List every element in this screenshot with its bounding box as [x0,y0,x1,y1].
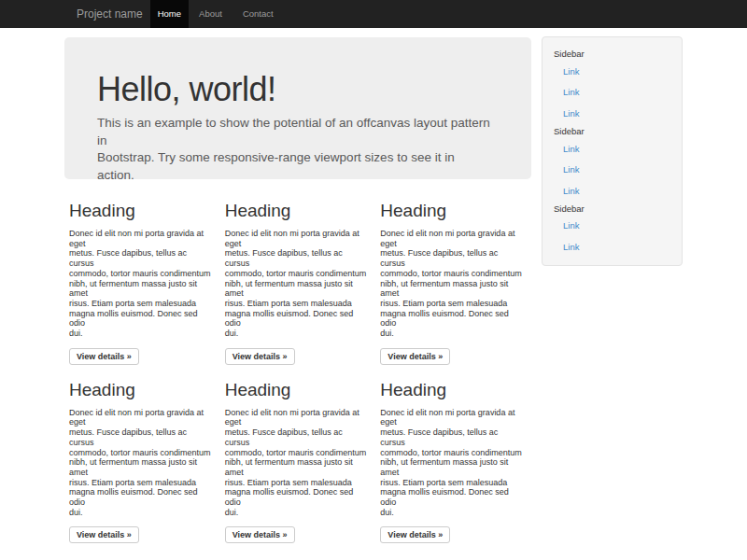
card-heading: Heading [380,200,524,222]
view-details-button[interactable]: View details » [69,526,139,543]
nav-item: About [189,0,233,28]
jumbotron-lead: This is an example to show the potential… [97,115,494,184]
card: Heading Donec id elit non mi porta gravi… [64,200,220,365]
nav-item: Home [150,0,189,28]
card: Heading Donec id elit non mi porta gravi… [220,200,376,365]
card: Heading Donec id elit non mi porta gravi… [375,200,531,365]
sidebar-link[interactable]: Link [543,159,682,180]
page-container: Hello, world! This is an example to show… [64,28,683,560]
card-body-text: Donec id elit non mi porta gravida at eg… [380,229,524,339]
sidebar-link[interactable]: Link [543,61,682,82]
view-details-button[interactable]: View details » [225,348,295,365]
nav-item-contact[interactable]: Contact [233,0,284,28]
sidebar-group: Sidebar Link Link Link [543,47,682,124]
view-details-button[interactable]: View details » [380,526,450,543]
sidebar-link[interactable]: Link [543,138,682,160]
card: Heading Donec id elit non mi porta gravi… [64,379,220,544]
cards-row-2: Heading Donec id elit non mi porta gravi… [64,379,531,544]
navbar-container: Project name Home About Contact [64,0,683,28]
card: Heading Donec id elit non mi porta gravi… [220,379,376,544]
view-details-button[interactable]: View details » [69,348,139,365]
card-body-text: Donec id elit non mi porta gravida at eg… [69,229,213,339]
content-row: Hello, world! This is an example to show… [64,28,683,543]
card: Heading Donec id elit non mi porta gravi… [375,379,531,544]
sidebar-group-title: Sidebar [543,202,682,216]
sidebar-group-title: Sidebar [543,124,682,138]
card-heading: Heading [225,200,369,222]
page-title: Hello, world! [97,71,494,108]
sidebar-group: Sidebar Link Link Link [543,124,682,202]
navbar-menu: Home About Contact [150,0,284,28]
card-heading: Heading [380,379,524,401]
card-body-text: Donec id elit non mi porta gravida at eg… [69,408,213,518]
nav-item-about[interactable]: About [189,0,233,28]
view-details-button[interactable]: View details » [225,526,295,543]
main-content: Hello, world! This is an example to show… [64,28,531,543]
sidebar-link[interactable]: Link [543,82,682,104]
sidebar-panel: Sidebar Link Link Link Sidebar Link Link… [542,36,683,266]
view-details-button[interactable]: View details » [380,348,450,365]
card-body-text: Donec id elit non mi porta gravida at eg… [225,229,369,339]
nav-item: Contact [233,0,284,28]
card-heading: Heading [69,200,213,222]
sidebar-link[interactable]: Link [543,103,682,124]
sidebar-link[interactable]: Link [543,180,682,202]
card-body-text: Donec id elit non mi porta gravida at eg… [380,408,524,518]
sidebar-group: Sidebar Link Link [543,202,682,258]
sidebar-link[interactable]: Link [543,216,682,237]
card-heading: Heading [225,379,369,401]
nav-item-home[interactable]: Home [150,0,189,28]
card-heading: Heading [69,379,213,401]
sidebar-link[interactable]: Link [543,236,682,258]
sidebar-group-title: Sidebar [543,47,682,61]
navbar-brand[interactable]: Project name [64,0,145,28]
jumbotron: Hello, world! This is an example to show… [64,37,531,179]
cards-row-1: Heading Donec id elit non mi porta gravi… [64,200,531,365]
card-body-text: Donec id elit non mi porta gravida at eg… [225,408,369,518]
top-navbar: Project name Home About Contact [0,0,747,28]
